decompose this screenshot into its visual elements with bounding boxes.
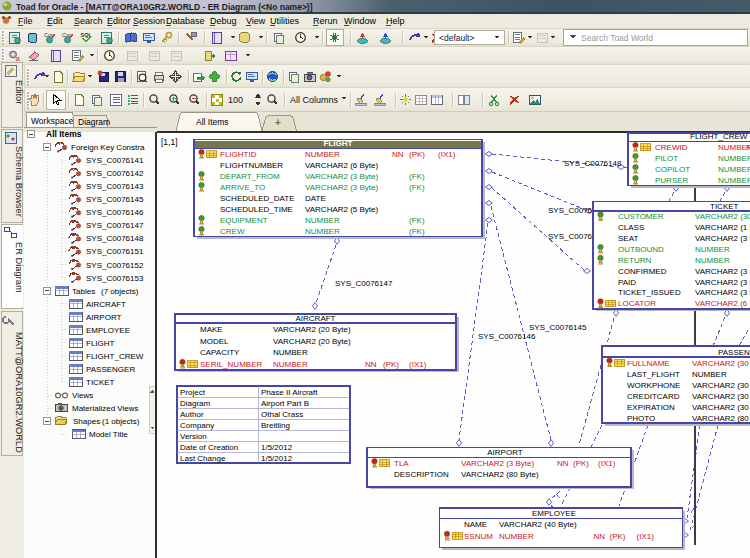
svg-text:TICKET: TICKET — [710, 202, 739, 211]
svg-text:Othal Crass: Othal Crass — [261, 410, 303, 419]
svg-text:EMPLOYEE: EMPLOYEE — [532, 509, 576, 518]
svg-text:Materialized Views: Materialized Views — [72, 404, 139, 413]
svg-text:Window: Window — [344, 16, 377, 26]
svg-text:DEPART_FROM: DEPART_FROM — [220, 172, 280, 181]
svg-text:SEAT: SEAT — [618, 234, 638, 243]
svg-text:LOCATOR: LOCATOR — [618, 299, 656, 308]
svg-text:(FK): (FK) — [409, 216, 425, 225]
svg-text:(7 objects): (7 objects) — [101, 287, 139, 296]
svg-text:NUMBER: NUMBER — [305, 150, 340, 159]
svg-text:Shapes: Shapes — [73, 417, 100, 426]
svg-text:RETURN: RETURN — [618, 256, 652, 265]
svg-text:PURSER: PURSER — [655, 176, 689, 185]
svg-text:VARCHAR2 (5 Byte): VARCHAR2 (5 Byte) — [305, 205, 379, 214]
svg-text:Edit: Edit — [47, 16, 63, 26]
svg-text:CREW: CREW — [220, 227, 245, 236]
svg-text:View: View — [246, 16, 266, 26]
svg-text:NUMBER: NUMBER — [305, 227, 340, 236]
svg-text:VARCHAR2 (80 Byte): VARCHAR2 (80 Byte) — [461, 470, 539, 479]
svg-text:TICKET_ISSUED: TICKET_ISSUED — [618, 288, 681, 297]
svg-text:Version: Version — [180, 432, 207, 441]
svg-text:NUMBER: NUMBER — [718, 176, 750, 185]
svg-text:TLA: TLA — [394, 459, 409, 468]
svg-text:(IX1): (IX1) — [438, 150, 456, 159]
svg-text:PILOT: PILOT — [655, 154, 678, 163]
svg-text:SCHEDULED_TIME: SCHEDULED_TIME — [220, 205, 293, 214]
svg-text:Breitling: Breitling — [261, 421, 290, 430]
svg-text:FLIGHTNUMBER: FLIGHTNUMBER — [220, 161, 283, 170]
svg-text:SYS_C0076148: SYS_C0076148 — [564, 159, 622, 168]
svg-text:(IX1): (IX1) — [409, 360, 427, 369]
svg-text:NUMBER: NUMBER — [718, 154, 750, 163]
svg-text:NUMBER: NUMBER — [695, 245, 730, 254]
svg-text:SYS_C0076143: SYS_C0076143 — [86, 182, 144, 191]
svg-text:[1,1]: [1,1] — [161, 137, 178, 147]
svg-text:MAKE: MAKE — [200, 325, 223, 334]
svg-text:VARCHAR2 (1 E: VARCHAR2 (1 E — [695, 223, 750, 232]
svg-text:(PK): (PK) — [573, 459, 589, 468]
svg-text:Airport Part B: Airport Part B — [261, 399, 309, 408]
svg-text:SYS_C0076152: SYS_C0076152 — [86, 261, 144, 270]
svg-text:(PK): (PK) — [383, 360, 399, 369]
svg-text:All Columns: All Columns — [290, 95, 339, 105]
svg-text:ER Diagram: ER Diagram — [14, 242, 24, 293]
svg-text:PASSENG: PASSENG — [718, 348, 750, 357]
svg-text:EQUIPMENT: EQUIPMENT — [220, 216, 268, 225]
svg-text:Model Title: Model Title — [89, 430, 128, 439]
svg-text:VARCHAR2 (6 Byte): VARCHAR2 (6 Byte) — [305, 161, 379, 170]
svg-text:VARCHAR2 (3 Byte): VARCHAR2 (3 Byte) — [305, 183, 379, 192]
svg-text:Utilities: Utilities — [270, 16, 300, 26]
svg-text:NAME: NAME — [464, 520, 487, 529]
svg-text:(IX1): (IX1) — [598, 459, 616, 468]
svg-text:SYS_C00761: SYS_C00761 — [548, 232, 597, 241]
svg-text:VARCHAR2 (30: VARCHAR2 (30 — [692, 359, 749, 368]
svg-text:SCHEDULED_DATE: SCHEDULED_DATE — [220, 194, 295, 203]
svg-text:AIRCRAFT: AIRCRAFT — [86, 300, 126, 309]
svg-text:AIRCRAFT: AIRCRAFT — [296, 314, 336, 323]
svg-text:AIRPORT: AIRPORT — [487, 448, 523, 457]
svg-text:SYS_C0076147: SYS_C0076147 — [335, 279, 393, 288]
svg-text:VARCHAR2 (3 Byte): VARCHAR2 (3 Byte) — [305, 172, 379, 181]
svg-text:All Items: All Items — [46, 129, 82, 139]
svg-text:CLASS: CLASS — [618, 223, 644, 232]
svg-text:ARRIVE_TO: ARRIVE_TO — [220, 183, 265, 192]
svg-text:NUMBER: NUMBER — [273, 348, 308, 357]
svg-text:FLIGHT_CREW: FLIGHT_CREW — [690, 132, 748, 141]
svg-text:Search: Search — [74, 16, 103, 26]
svg-text:CONFIRMED: CONFIRMED — [618, 267, 667, 276]
svg-text:PAID: PAID — [618, 278, 636, 287]
svg-text:Editor: Editor — [107, 16, 131, 26]
svg-text:MATT@ORA10GR2.WORLD: MATT@ORA10GR2.WORLD — [14, 332, 24, 453]
svg-text:VARCHAR2 (30: VARCHAR2 (30 — [692, 392, 749, 401]
svg-text:SSNUM: SSNUM — [464, 532, 493, 541]
svg-text:VARCHAR2 (3 E: VARCHAR2 (3 E — [695, 267, 750, 276]
svg-text:SYS_C0076145: SYS_C0076145 — [529, 323, 587, 332]
svg-text:NN: NN — [392, 150, 404, 159]
svg-text:SYS_C0076148: SYS_C0076148 — [86, 234, 144, 243]
svg-text:COPILOT: COPILOT — [655, 165, 690, 174]
svg-text:VARCHAR2 (3 E: VARCHAR2 (3 E — [695, 234, 750, 243]
svg-text:SYS_C0076142: SYS_C0076142 — [86, 169, 144, 178]
svg-text:Diagram: Diagram — [180, 399, 211, 408]
svg-text:All Items: All Items — [196, 117, 229, 127]
svg-text:File: File — [18, 16, 33, 26]
svg-text:Session: Session — [133, 16, 165, 26]
svg-text:VARCHAR2 (30: VARCHAR2 (30 — [695, 212, 750, 221]
svg-text:SYS_C0076145: SYS_C0076145 — [86, 195, 144, 204]
svg-text:SYS_C0076141: SYS_C0076141 — [86, 156, 144, 165]
svg-text:Schema Browser: Schema Browser — [14, 146, 24, 217]
svg-text:NUMBER: NUMBER — [499, 532, 534, 541]
svg-text:(FK): (FK) — [409, 172, 425, 181]
svg-text:FLIGHT: FLIGHT — [324, 139, 353, 148]
svg-text:FULLNAME: FULLNAME — [627, 359, 670, 368]
svg-text:Foreign Key Constra: Foreign Key Constra — [71, 143, 145, 152]
svg-text:LAST_FLIGHT: LAST_FLIGHT — [627, 370, 680, 379]
svg-text:Rerun: Rerun — [313, 16, 338, 26]
svg-text:VARCHAR2 (80: VARCHAR2 (80 — [692, 414, 749, 423]
svg-text:SERIL_NUMBER: SERIL_NUMBER — [200, 360, 262, 369]
svg-text:VARCHAR2 (3 E: VARCHAR2 (3 E — [695, 288, 750, 297]
svg-text:Company: Company — [180, 421, 214, 430]
svg-text:VARCHAR2 (3 Byte): VARCHAR2 (3 Byte) — [461, 459, 535, 468]
svg-text:VARCHAR2 (3 E: VARCHAR2 (3 E — [695, 278, 750, 287]
svg-text:Date of Creation: Date of Creation — [180, 443, 238, 452]
